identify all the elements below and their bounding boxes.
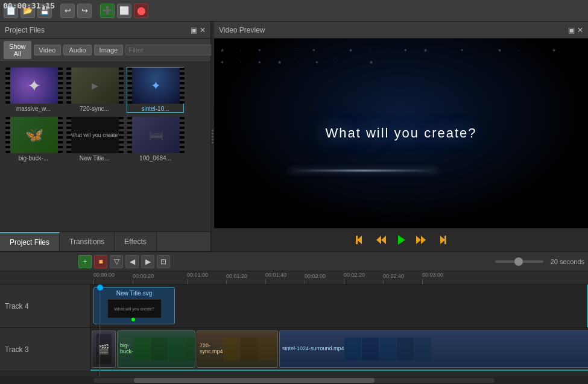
media-grid: ✦ massive_w... ▶ 720-sync... ✦ <box>0 62 210 231</box>
media-label-100068: 100_0684... <box>127 155 183 162</box>
720sync-clip-label: 720-sync.mp4 <box>200 342 223 354</box>
media-thumb-bigbuck: 🦋 <box>5 117 63 153</box>
media-label-massive: massive_w... <box>5 105 62 112</box>
media-item-bigbuck[interactable]: 🦋 big-buck-... <box>5 116 62 162</box>
timeline-scroll-track[interactable] <box>93 378 495 383</box>
preview-text: What will you create? <box>325 125 476 141</box>
minimize-icon[interactable]: ▣ <box>191 26 197 34</box>
preview-light-beam <box>289 170 438 171</box>
project-files-title: Project Files <box>5 26 45 34</box>
snap-button[interactable]: ⊡ <box>157 255 170 268</box>
rewind-start-button[interactable] <box>356 234 368 245</box>
filter-input[interactable] <box>125 45 215 55</box>
track-3-label: Track 3 <box>0 328 90 371</box>
audio-filter-button[interactable]: Audio <box>63 45 91 55</box>
media-thumb-massive: ✦ <box>5 68 63 104</box>
fast-forward-button[interactable] <box>415 234 427 245</box>
track-4-content[interactable]: New Title.svg What will you create? <box>90 285 588 327</box>
undo-button[interactable]: ↩ <box>60 4 75 18</box>
ruler-mark-2: 00:01:00 <box>187 272 208 284</box>
track-3-bottom-indicator <box>90 370 588 371</box>
video-filter-button[interactable]: Video <box>34 45 62 55</box>
main-toolbar: 📄 📂 💾 ↩ ↪ ➕ ⬜ ⬤ <box>0 0 588 22</box>
timeline-scrollbar <box>0 377 588 384</box>
media-item-massive[interactable]: ✦ massive_w... <box>5 67 62 113</box>
filter-timeline-button[interactable]: ▽ <box>110 255 123 268</box>
preview-minimize-icon[interactable]: ▣ <box>568 26 575 34</box>
play-button[interactable] <box>394 233 408 247</box>
media-thumb-100068: 🛏 <box>127 117 185 153</box>
ruler-mark-6: 00:02:20 <box>344 272 365 284</box>
track-3-row: Track 3 🎬 big-buck- <box>0 328 588 371</box>
media-item-720sync[interactable]: ▶ 720-sync... <box>66 67 123 113</box>
prev-marker-button[interactable]: ◀ <box>125 255 139 268</box>
title-clip[interactable]: New Title.svg What will you create? <box>93 287 175 324</box>
media-thumb-newtitle: What will you create? <box>66 117 124 153</box>
720sync-clip-thumbs <box>223 338 278 360</box>
zoom-control <box>495 260 543 263</box>
tab-transitions[interactable]: Transitions <box>60 232 115 251</box>
svg-rect-8 <box>444 236 446 244</box>
media-label-bigbuck: big-buck-... <box>5 155 62 162</box>
svg-marker-7 <box>440 236 445 244</box>
track-4-label: Track 4 <box>0 285 90 327</box>
divider-dot-1 <box>212 130 213 131</box>
bigbuck-clip-thumbs <box>133 338 195 360</box>
tab-effects[interactable]: Effects <box>115 232 156 251</box>
svg-marker-4 <box>398 235 405 245</box>
media-item-100068[interactable]: 🛏 100_0684... <box>127 116 184 162</box>
media-item-newtitle[interactable]: What will you create? New Title... <box>66 116 123 162</box>
image-filter-button[interactable]: Image <box>94 45 124 55</box>
export-button[interactable]: ⬜ <box>117 4 131 18</box>
next-marker-button[interactable]: ▶ <box>141 255 154 268</box>
zoom-track[interactable] <box>495 260 543 263</box>
ruler-mark-7: 00:02:40 <box>383 273 404 284</box>
close-panel-icon[interactable]: ✕ <box>200 26 206 34</box>
media-label-720sync: 720-sync... <box>66 105 122 112</box>
timeline-toolbar: 00:00:31;15 + ■ ▽ ◀ ▶ ⊡ 20 seconds <box>0 252 588 271</box>
svg-rect-1 <box>356 236 358 244</box>
media-thumb-sintel: ✦ <box>127 68 185 104</box>
show-all-button[interactable]: Show All <box>4 41 31 59</box>
timeline: 00:00:31;15 + ■ ▽ ◀ ▶ ⊡ 20 seconds 00:00… <box>0 251 588 384</box>
preview-header: Video Preview ▣ ✕ <box>214 22 588 39</box>
720sync-clip[interactable]: 720-sync.mp4 <box>197 330 278 368</box>
forward-end-button[interactable] <box>434 234 446 245</box>
add-track-button[interactable]: + <box>78 255 92 268</box>
timeline-scroll-thumb[interactable] <box>134 378 375 383</box>
ruler-mark-0: 00:00:00 <box>93 272 115 284</box>
time-display: 00:00:31;15 <box>3 1 55 10</box>
add-button[interactable]: ➕ <box>100 4 115 18</box>
track-3-name: Track 3 <box>5 345 29 354</box>
media-thumb-720sync: ▶ <box>66 68 124 104</box>
sintel-clip-thumbs <box>344 338 431 360</box>
redo-button[interactable]: ↪ <box>77 4 92 18</box>
filter-bar: Show All Video Audio Image 🧹 <box>0 39 210 62</box>
sintel-clip[interactable]: sintel-1024-surround.mp4 <box>279 330 588 368</box>
svg-marker-6 <box>416 236 421 244</box>
track-3-content[interactable]: 🎬 big-buck- 720-sync.mp4 <box>90 328 588 371</box>
preview-controls <box>214 228 588 251</box>
ruler-mark-1: 00:00:20 <box>133 273 154 284</box>
tab-project-files[interactable]: Project Files <box>0 232 60 251</box>
zoom-label: 20 seconds <box>551 258 584 265</box>
title-clip-preview: What will you create? <box>107 299 162 318</box>
media-item-sintel[interactable]: ✦ sintel-10... <box>127 67 184 113</box>
right-panel: Video Preview ▣ ✕ What will you create? <box>214 22 588 251</box>
bigbuck-clip[interactable]: big-buck- <box>117 330 195 368</box>
m-clip[interactable]: 🎬 <box>92 330 116 368</box>
playhead[interactable] <box>100 285 100 377</box>
rewind-button[interactable] <box>375 234 387 245</box>
ruler-mark-5: 00:02:00 <box>305 273 326 284</box>
tab-bar: Project Files Transitions Effects <box>0 232 210 251</box>
preview-close-icon[interactable]: ✕ <box>577 26 583 34</box>
svg-marker-2 <box>376 236 381 244</box>
video-preview: What will you create? <box>214 39 588 228</box>
render-button[interactable]: ⬤ <box>134 4 148 18</box>
remove-track-button[interactable]: ■ <box>94 255 107 268</box>
project-files-header: Project Files ▣ ✕ <box>0 22 210 39</box>
bigbuck-clip-label: big-buck- <box>120 342 133 354</box>
bottom-tabs: Project Files Transitions Effects <box>0 231 210 251</box>
zoom-thumb[interactable] <box>514 257 523 266</box>
track-4-row: Track 4 New Title.svg What will you crea… <box>0 285 588 328</box>
